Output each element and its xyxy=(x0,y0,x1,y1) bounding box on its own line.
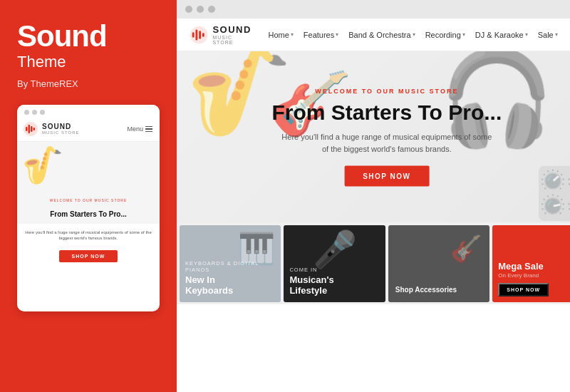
svg-rect-4 xyxy=(33,128,36,130)
nav-features-chevron-icon: ▾ xyxy=(336,31,338,38)
theme-byline: By ThemeREX xyxy=(17,78,160,89)
mobile-logo-text: SOUND MUSIC STORE xyxy=(42,123,80,135)
browser-content: SOUND MUSIC STORE Home ▾ Features ▾ Band… xyxy=(177,19,570,392)
site-hero: 🎷 🎸 🎧 🎛️ WELCOME TO OUR MUSIC STORE From… xyxy=(177,51,570,222)
nav-recording[interactable]: Recording ▾ xyxy=(425,31,465,39)
category-keyboards-card[interactable]: 🎹 Keyboards & Digital Pianos New InKeybo… xyxy=(180,225,281,302)
keyboards-tag: Keyboards & Digital Pianos xyxy=(185,260,275,273)
mobile-menu-label: Menu xyxy=(127,125,143,133)
mobile-logo-sound: SOUND xyxy=(42,123,80,130)
mobile-dot-3 xyxy=(40,110,45,115)
mobile-window-dots xyxy=(17,105,160,118)
svg-rect-6 xyxy=(192,32,195,38)
nav-dj-label: DJ & Karaoke xyxy=(475,31,524,39)
keyboards-overlay: Keyboards & Digital Pianos New InKeyboar… xyxy=(180,254,281,302)
nav-items: Home ▾ Features ▾ Band & Orchestra ▾ Rec… xyxy=(268,29,570,41)
nav-dj-karaoke[interactable]: DJ & Karaoke ▾ xyxy=(475,31,528,39)
sale-overlay: Mega Sale On Every Brand SHOP NOW xyxy=(492,255,570,302)
mobile-header: SOUND MUSIC STORE Menu xyxy=(17,118,160,142)
svg-rect-7 xyxy=(195,29,197,40)
hero-shop-now-button[interactable]: SHOP NOW xyxy=(344,166,429,187)
nav-features-label: Features xyxy=(304,31,334,39)
accessories-icon: 🎸 xyxy=(450,234,482,264)
browser-dot-1 xyxy=(185,6,192,13)
mobile-logo-store: MUSIC STORE xyxy=(42,130,80,135)
mobile-preview: SOUND MUSIC STORE Menu 🎷 WELCOME TO OUR … xyxy=(17,105,160,311)
sale-title: Mega Sale xyxy=(498,261,570,272)
nav-dj-chevron-icon: ▾ xyxy=(525,31,528,38)
nav-band-chevron-icon: ▾ xyxy=(413,31,415,38)
nav-recording-label: Recording xyxy=(425,31,461,39)
sale-subtitle: On Every Brand xyxy=(498,272,570,279)
hero-mixer-icon: 🎛️ xyxy=(535,164,570,222)
nav-recording-chevron-icon: ▾ xyxy=(462,31,465,38)
browser-chrome xyxy=(177,0,570,19)
browser-dot-3 xyxy=(208,6,215,13)
mobile-logo: SOUND MUSIC STORE xyxy=(23,121,80,137)
nav-features[interactable]: Features ▾ xyxy=(304,31,338,39)
svg-rect-3 xyxy=(31,126,33,132)
sale-shop-button[interactable]: SHOP NOW xyxy=(498,283,549,296)
nav-sale-label: Sale xyxy=(538,31,554,39)
site-logo-store: MUSIC STORE xyxy=(212,35,252,45)
site-logo-sound: SOUND xyxy=(212,24,252,35)
mobile-sax-icon: 🎷 xyxy=(20,142,69,189)
svg-rect-2 xyxy=(28,125,31,133)
nav-sale[interactable]: Sale ▾ xyxy=(538,31,558,39)
accessories-label: Shop Accessories xyxy=(395,286,457,294)
svg-rect-1 xyxy=(26,127,28,131)
mobile-shop-now-button[interactable]: SHOP NOW xyxy=(59,250,118,262)
svg-rect-9 xyxy=(202,33,204,37)
nav-home-chevron-icon: ▾ xyxy=(291,31,294,38)
lifestyle-overlay: Come In Musican'sLifestyle xyxy=(284,261,385,302)
category-accessories-card[interactable]: 🎸 Shop Accessories xyxy=(388,225,489,302)
site-navbar: SOUND MUSIC STORE Home ▾ Features ▾ Band… xyxy=(177,19,570,51)
right-panel: SOUND MUSIC STORE Home ▾ Features ▾ Band… xyxy=(177,0,570,392)
hamburger-icon xyxy=(145,126,152,133)
site-logo-text: SOUND MUSIC STORE xyxy=(212,24,252,45)
mobile-dot-2 xyxy=(32,110,37,115)
mobile-headline: From Starters To Pro... xyxy=(17,210,160,218)
nav-sale-chevron-icon: ▾ xyxy=(555,31,558,38)
nav-home[interactable]: Home ▾ xyxy=(268,31,293,39)
category-lifestyle-card[interactable]: 🎤 Come In Musican'sLifestyle xyxy=(284,225,385,302)
mobile-body: Here you'll find a huge range of musical… xyxy=(17,224,160,244)
nav-band-label: Band & Orchestra xyxy=(348,31,410,39)
lifestyle-title: Musican'sLifestyle xyxy=(289,274,379,296)
site-sound-wave-icon xyxy=(190,25,208,45)
category-row: 🎹 Keyboards & Digital Pianos New InKeybo… xyxy=(177,222,570,304)
mobile-hero: 🎷 WELCOME TO OUR MUSIC STORE From Starte… xyxy=(17,142,160,224)
svg-rect-8 xyxy=(199,31,201,38)
browser-dot-2 xyxy=(197,6,204,13)
hero-headline: From Starters To Pro... xyxy=(271,100,502,124)
mobile-sound-wave-icon xyxy=(23,121,38,137)
site-logo: SOUND MUSIC STORE xyxy=(190,24,252,45)
left-panel: Sound Theme By ThemeREX SOUND MUSIC STOR… xyxy=(0,0,177,392)
lifestyle-tag: Come In xyxy=(289,267,379,273)
theme-title: Sound xyxy=(17,21,160,51)
hero-center-content: WELCOME TO OUR MUSIC STORE From Starters… xyxy=(271,88,502,187)
nav-home-label: Home xyxy=(268,31,289,39)
mobile-description: Here you'll find a huge range of musical… xyxy=(24,229,152,242)
mobile-dot-1 xyxy=(24,110,29,115)
mobile-welcome-text: WELCOME TO OUR MUSIC STORE xyxy=(17,198,160,202)
theme-subtitle: Theme xyxy=(17,53,160,71)
hero-description: Here you'll find a huge range of musical… xyxy=(271,131,502,155)
mobile-menu-button[interactable]: Menu xyxy=(127,125,152,133)
keyboards-title: New InKeyboards xyxy=(185,274,275,296)
nav-band-orchestra[interactable]: Band & Orchestra ▾ xyxy=(348,31,415,39)
hero-welcome-text: WELCOME TO OUR MUSIC STORE xyxy=(271,88,502,95)
category-sale-card[interactable]: Mega Sale On Every Brand SHOP NOW xyxy=(492,225,570,302)
